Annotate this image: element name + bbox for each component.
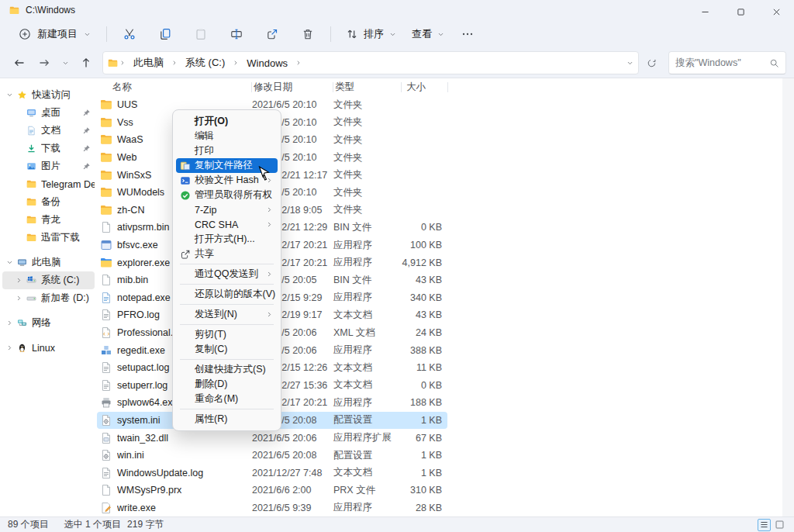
new-item-icon [19,28,31,40]
file-row[interactable]: write.exe2021/6/5 9:39应用程序28 KB [97,499,447,517]
menu-item[interactable]: 管理员取得所有权 [176,188,278,202]
column-header-1[interactable]: 修改日期 [252,78,333,96]
sidebar-item--[interactable]: 网络 [2,314,95,332]
sidebar-item--d-[interactable]: 新加卷 (D:) [2,289,95,307]
address-dropdown-icon[interactable] [627,60,633,67]
tree-expand-icon[interactable] [6,344,17,351]
file-type: 应用程序 [333,256,402,269]
menu-item[interactable]: 剪切(T) [176,327,278,342]
sidebar-item-telegram-desktop[interactable]: Telegram Desktop [2,175,95,193]
selection-size: 219 字节 [127,518,164,531]
menu-separator [180,304,274,305]
sidebar-item--[interactable]: 此电脑 [2,254,95,271]
rename-button[interactable] [222,23,251,45]
file-size: 4,912 KB [402,257,442,268]
menu-separator [180,359,274,360]
notepad-icon [100,292,112,304]
tree-expand-spacer [16,234,26,241]
column-header-2[interactable]: 类型 [333,78,402,96]
sidebar-item--[interactable]: 快速访问 [2,86,95,104]
menu-item[interactable]: 通过QQ发送到 [176,267,278,282]
menu-item[interactable]: 删除(D) [176,377,278,392]
sidebar-item--[interactable]: 桌面 [2,104,95,122]
view-button[interactable]: 查看 [405,23,451,45]
sidebar-item--[interactable]: 文档 [2,122,95,140]
menu-item[interactable]: 创建快捷方式(S) [176,362,278,377]
column-header-label: 名称 [112,81,132,94]
tree-expand-icon[interactable] [6,92,17,98]
linux-icon [17,343,27,353]
column-header-0[interactable]: 名称 [97,78,252,96]
sidebar-item--[interactable]: 迅雷下载 [2,229,95,247]
menu-icon-spacer [180,330,195,340]
file-row[interactable]: WMSysPr9.prx2021/6/6 2:00PRX 文件310 KB [97,482,447,499]
file-row[interactable]: WindowsUpdate.log2021/12/27 7:48文本文档1 KB [97,464,447,482]
share-sm-icon [180,249,195,260]
cut-button[interactable] [115,23,144,45]
forward-button[interactable] [33,52,56,74]
file-type: 文件夹 [333,133,402,147]
tree-expand-spacer [16,181,26,188]
file-type: 应用程序 [333,239,402,252]
file-size: 28 KB [402,503,442,513]
sidebar-item-linux[interactable]: Linux [2,339,95,357]
menu-item[interactable]: 共享 [176,247,278,261]
submenu-chevron-icon [266,206,273,213]
file-type: 文件夹 [333,98,402,112]
breadcrumb-item[interactable]: 系统 (C:) [180,54,230,72]
computer-icon [17,257,27,268]
sidebar-item-label: 此电脑 [32,256,61,269]
vertical-scrollbar[interactable] [782,78,794,516]
exe-icon [100,239,112,251]
menu-item[interactable]: 编辑 [176,129,278,143]
file-row[interactable]: win.ini2021/6/5 20:08配置设置1 KB [97,447,447,465]
breadcrumb-item[interactable]: 此电脑 [128,54,169,72]
recent-locations-button[interactable] [57,52,73,74]
address-bar[interactable]: 此电脑系统 (C:)Windows [102,51,639,74]
sidebar-item--[interactable]: 备份 [2,193,95,211]
menu-item[interactable]: 属性(R) [176,412,278,427]
more-options-button[interactable] [453,23,482,45]
menu-item[interactable]: 还原以前的版本(V) [176,287,278,302]
sidebar-item-label: 下载 [41,142,60,155]
thumbnails-view-button[interactable] [773,519,786,531]
menu-item[interactable]: 重命名(M) [176,392,278,406]
file-date: 2021/6/5 20:06 [252,433,333,444]
paste-button[interactable] [186,23,216,45]
column-header-3[interactable]: 大小 [402,78,448,96]
breadcrumb-item[interactable]: Windows [241,55,293,71]
file-type: 文本文档 [333,378,402,392]
sidebar-item--[interactable]: 图片 [2,157,95,175]
tree-expand-icon[interactable] [6,320,17,326]
menu-item-label: 创建快捷方式(S) [195,363,266,376]
close-icon [772,7,782,17]
sidebar-item--[interactable]: 青龙 [2,211,95,229]
tree-expand-icon[interactable] [6,259,17,266]
search-input[interactable]: 搜索"Windows" [668,51,786,74]
up-button[interactable] [74,52,98,74]
sort-button[interactable]: 排序 [339,23,403,45]
breadcrumb-chevron-icon [119,60,126,66]
sidebar-item--c-[interactable]: 系统 (C:) [2,271,95,289]
new-item-button[interactable]: 新建项目 [11,23,98,45]
share-button[interactable] [257,23,287,45]
tree-expand-icon[interactable] [16,277,26,284]
delete-button[interactable] [293,23,323,45]
menu-item[interactable]: CRC SHA [176,217,278,232]
menu-item[interactable]: 7-Zip [176,202,278,217]
details-view-button[interactable] [758,519,771,531]
refresh-button[interactable] [640,52,662,74]
folder-icon [100,169,112,181]
back-button[interactable] [8,52,31,74]
copy-button[interactable] [150,23,180,45]
file-row[interactable]: twain_32.dll2021/6/5 20:06应用程序扩展67 KB [97,429,447,447]
menu-item[interactable]: 复制(C) [176,342,278,357]
menu-item[interactable]: 打印 [176,143,278,158]
menu-item[interactable]: 打开(O) [176,114,278,129]
menu-icon-spacer [180,394,195,405]
menu-item[interactable]: 打开方式(H)... [176,232,278,247]
file-size: 24 KB [402,327,442,338]
sidebar-item--[interactable]: 下载 [2,140,95,157]
tree-expand-icon[interactable] [16,295,26,302]
menu-item[interactable]: 发送到(N) [176,307,278,322]
